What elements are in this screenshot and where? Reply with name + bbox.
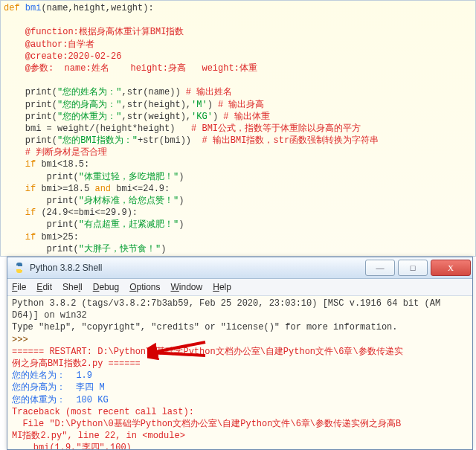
- window-controls: — □ X: [362, 260, 471, 276]
- doc-author: @author:自学者: [25, 39, 95, 50]
- idle-shell-window: Python 3.8.2 Shell — □ X File Edit Shell…: [7, 257, 473, 450]
- menu-help[interactable]: Help: [213, 281, 231, 293]
- shell-menubar: File Edit Shell Debug Options Window Hel…: [7, 279, 472, 296]
- close-button[interactable]: X: [431, 260, 471, 276]
- menu-edit[interactable]: Edit: [36, 281, 52, 293]
- python-editor: def bmi(name,height,weight): @function:根…: [0, 0, 476, 257]
- shell-prompt: >>>: [12, 335, 28, 345]
- output-weight: 您的体重为： 100 KG: [12, 395, 109, 405]
- menu-window[interactable]: Window: [171, 281, 203, 293]
- doc-function: @function:根据身高体重计算BMI指数: [25, 27, 184, 37]
- shell-title: Python 3.8.2 Shell: [30, 262, 362, 274]
- python-icon: [13, 262, 25, 274]
- close-icon: X: [448, 263, 454, 274]
- restart-banner: ====== RESTART: D:\Python\0基础学Python文档办公…: [12, 347, 403, 357]
- menu-options[interactable]: Options: [129, 281, 160, 293]
- output-name: 您的姓名为： 1.9: [12, 370, 92, 381]
- menu-debug[interactable]: Debug: [93, 281, 119, 293]
- minimize-button[interactable]: —: [365, 260, 395, 276]
- menu-shell[interactable]: Shell: [62, 281, 83, 293]
- fn-name: bmi: [25, 3, 42, 13]
- doc-params: @参数: name:姓名 height:身高 weight:体重: [25, 63, 257, 74]
- maximize-icon: □: [411, 263, 416, 274]
- doc-create: @create:2020-02-26: [25, 51, 122, 62]
- menu-file[interactable]: File: [12, 281, 26, 293]
- code-block[interactable]: def bmi(name,height,weight): @function:根…: [4, 2, 472, 257]
- shell-titlebar[interactable]: Python 3.8.2 Shell — □ X: [7, 257, 472, 279]
- output-height: 您的身高为： 李四 M: [12, 382, 105, 393]
- shell-output[interactable]: Python 3.8.2 (tags/v3.8.2:7b3ab59, Feb 2…: [7, 296, 472, 449]
- maximize-button[interactable]: □: [398, 260, 428, 276]
- minimize-icon: —: [376, 263, 385, 274]
- comment-judge: # 判断身材是否合理: [25, 147, 107, 158]
- traceback-header: Traceback (most recent call last):: [12, 407, 194, 417]
- kw-def: def: [4, 3, 20, 13]
- shell-text: Python 3.8.2 (tags/v3.8.2:7b3ab59, Feb 2…: [12, 298, 468, 449]
